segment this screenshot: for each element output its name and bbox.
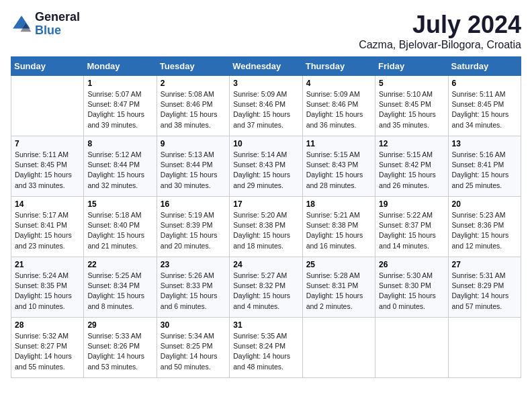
cell-content: Sunrise: 5:09 AMSunset: 8:46 PMDaylight:… xyxy=(306,89,371,130)
cell-content: Sunrise: 5:09 AMSunset: 8:46 PMDaylight:… xyxy=(233,89,298,130)
calendar-cell: 17Sunrise: 5:20 AMSunset: 8:38 PMDayligh… xyxy=(230,197,302,257)
title-block: July 2024 Cazma, Bjelovar-Bilogora, Croa… xyxy=(359,11,521,51)
calendar-cell xyxy=(448,318,521,378)
cell-content: Sunrise: 5:23 AMSunset: 8:36 PMDaylight:… xyxy=(452,210,517,251)
calendar-cell: 11Sunrise: 5:15 AMSunset: 8:43 PMDayligh… xyxy=(302,136,375,197)
page-header: General Blue July 2024 Cazma, Bjelovar-B… xyxy=(11,11,521,51)
calendar-cell: 4Sunrise: 5:09 AMSunset: 8:46 PMDaylight… xyxy=(302,76,375,136)
cell-content: Sunrise: 5:13 AMSunset: 8:44 PMDaylight:… xyxy=(161,150,226,191)
day-number: 21 xyxy=(15,260,80,269)
day-header-monday: Monday xyxy=(84,57,157,76)
cell-content: Sunrise: 5:12 AMSunset: 8:44 PMDaylight:… xyxy=(87,150,152,191)
cell-content: Sunrise: 5:08 AMSunset: 8:46 PMDaylight:… xyxy=(161,89,226,130)
day-number: 23 xyxy=(161,260,226,269)
calendar-cell: 2Sunrise: 5:08 AMSunset: 8:46 PMDaylight… xyxy=(157,76,229,136)
calendar-cell: 5Sunrise: 5:10 AMSunset: 8:45 PMDaylight… xyxy=(375,76,448,136)
calendar-cell xyxy=(302,318,375,378)
day-number: 11 xyxy=(306,139,371,148)
day-number: 8 xyxy=(87,139,152,148)
calendar-cell: 26Sunrise: 5:30 AMSunset: 8:30 PMDayligh… xyxy=(375,257,448,318)
calendar-cell: 1Sunrise: 5:07 AMSunset: 8:47 PMDaylight… xyxy=(84,76,157,136)
cell-content: Sunrise: 5:35 AMSunset: 8:24 PMDaylight:… xyxy=(233,331,298,372)
day-number: 10 xyxy=(233,139,298,148)
day-header-friday: Friday xyxy=(375,57,448,76)
calendar-cell: 22Sunrise: 5:25 AMSunset: 8:34 PMDayligh… xyxy=(84,257,157,318)
calendar-week-row: 1Sunrise: 5:07 AMSunset: 8:47 PMDaylight… xyxy=(11,76,521,136)
calendar-header-row: SundayMondayTuesdayWednesdayThursdayFrid… xyxy=(11,57,521,76)
calendar-cell: 15Sunrise: 5:18 AMSunset: 8:40 PMDayligh… xyxy=(84,197,157,257)
cell-content: Sunrise: 5:15 AMSunset: 8:43 PMDaylight:… xyxy=(306,150,371,191)
calendar-cell: 28Sunrise: 5:32 AMSunset: 8:27 PMDayligh… xyxy=(11,318,84,378)
calendar-cell: 10Sunrise: 5:14 AMSunset: 8:43 PMDayligh… xyxy=(230,136,302,197)
cell-content: Sunrise: 5:27 AMSunset: 8:32 PMDaylight:… xyxy=(233,271,298,312)
logo-text: General Blue xyxy=(35,11,80,38)
cell-content: Sunrise: 5:31 AMSunset: 8:29 PMDaylight:… xyxy=(452,271,517,312)
logo: General Blue xyxy=(11,11,80,38)
cell-content: Sunrise: 5:10 AMSunset: 8:45 PMDaylight:… xyxy=(379,89,444,130)
cell-content: Sunrise: 5:34 AMSunset: 8:25 PMDaylight:… xyxy=(161,331,226,372)
calendar-cell: 24Sunrise: 5:27 AMSunset: 8:32 PMDayligh… xyxy=(230,257,302,318)
logo-blue: Blue xyxy=(35,24,80,38)
cell-content: Sunrise: 5:25 AMSunset: 8:34 PMDaylight:… xyxy=(87,271,152,312)
cell-content: Sunrise: 5:28 AMSunset: 8:31 PMDaylight:… xyxy=(306,271,371,312)
calendar-cell: 20Sunrise: 5:23 AMSunset: 8:36 PMDayligh… xyxy=(448,197,521,257)
calendar-cell: 18Sunrise: 5:21 AMSunset: 8:38 PMDayligh… xyxy=(302,197,375,257)
day-header-sunday: Sunday xyxy=(11,57,84,76)
cell-content: Sunrise: 5:30 AMSunset: 8:30 PMDaylight:… xyxy=(379,271,444,312)
day-number: 22 xyxy=(87,260,152,269)
calendar-cell: 7Sunrise: 5:11 AMSunset: 8:45 PMDaylight… xyxy=(11,136,84,197)
calendar-cell: 3Sunrise: 5:09 AMSunset: 8:46 PMDaylight… xyxy=(230,76,302,136)
calendar-cell: 23Sunrise: 5:26 AMSunset: 8:33 PMDayligh… xyxy=(157,257,229,318)
calendar-cell: 27Sunrise: 5:31 AMSunset: 8:29 PMDayligh… xyxy=(448,257,521,318)
calendar-week-row: 21Sunrise: 5:24 AMSunset: 8:35 PMDayligh… xyxy=(11,257,521,318)
cell-content: Sunrise: 5:20 AMSunset: 8:38 PMDaylight:… xyxy=(233,210,298,251)
calendar-cell: 30Sunrise: 5:34 AMSunset: 8:25 PMDayligh… xyxy=(157,318,229,378)
month-title: July 2024 xyxy=(359,11,521,39)
day-number: 28 xyxy=(15,320,80,330)
cell-content: Sunrise: 5:15 AMSunset: 8:42 PMDaylight:… xyxy=(379,150,444,191)
day-number: 15 xyxy=(87,199,152,209)
cell-content: Sunrise: 5:16 AMSunset: 8:41 PMDaylight:… xyxy=(452,150,517,191)
cell-content: Sunrise: 5:17 AMSunset: 8:41 PMDaylight:… xyxy=(15,210,80,251)
day-number: 25 xyxy=(306,260,371,269)
cell-content: Sunrise: 5:19 AMSunset: 8:39 PMDaylight:… xyxy=(161,210,226,251)
day-number: 30 xyxy=(161,320,226,330)
day-number: 16 xyxy=(161,199,226,209)
cell-content: Sunrise: 5:18 AMSunset: 8:40 PMDaylight:… xyxy=(87,210,152,251)
cell-content: Sunrise: 5:11 AMSunset: 8:45 PMDaylight:… xyxy=(452,89,517,130)
cell-content: Sunrise: 5:21 AMSunset: 8:38 PMDaylight:… xyxy=(306,210,371,251)
day-header-wednesday: Wednesday xyxy=(230,57,302,76)
calendar-cell: 21Sunrise: 5:24 AMSunset: 8:35 PMDayligh… xyxy=(11,257,84,318)
day-number: 18 xyxy=(306,199,371,209)
day-number: 12 xyxy=(379,139,444,148)
logo-general: General xyxy=(35,11,80,24)
day-header-tuesday: Tuesday xyxy=(157,57,229,76)
day-number: 7 xyxy=(15,139,80,148)
calendar-table: SundayMondayTuesdayWednesdayThursdayFrid… xyxy=(11,56,521,378)
cell-content: Sunrise: 5:33 AMSunset: 8:26 PMDaylight:… xyxy=(87,331,152,372)
day-number: 31 xyxy=(233,320,298,330)
location-title: Cazma, Bjelovar-Bilogora, Croatia xyxy=(359,39,521,51)
day-number: 20 xyxy=(452,199,517,209)
calendar-week-row: 14Sunrise: 5:17 AMSunset: 8:41 PMDayligh… xyxy=(11,197,521,257)
cell-content: Sunrise: 5:26 AMSunset: 8:33 PMDaylight:… xyxy=(161,271,226,312)
day-number: 24 xyxy=(233,260,298,269)
calendar-cell: 13Sunrise: 5:16 AMSunset: 8:41 PMDayligh… xyxy=(448,136,521,197)
calendar-cell: 12Sunrise: 5:15 AMSunset: 8:42 PMDayligh… xyxy=(375,136,448,197)
day-number: 4 xyxy=(306,79,371,88)
calendar-cell: 14Sunrise: 5:17 AMSunset: 8:41 PMDayligh… xyxy=(11,197,84,257)
cell-content: Sunrise: 5:22 AMSunset: 8:37 PMDaylight:… xyxy=(379,210,444,251)
day-number: 13 xyxy=(452,139,517,148)
day-number: 5 xyxy=(379,79,444,88)
calendar-cell: 6Sunrise: 5:11 AMSunset: 8:45 PMDaylight… xyxy=(448,76,521,136)
calendar-cell: 16Sunrise: 5:19 AMSunset: 8:39 PMDayligh… xyxy=(157,197,229,257)
day-number: 6 xyxy=(452,79,517,88)
day-number: 27 xyxy=(452,260,517,269)
day-number: 9 xyxy=(161,139,226,148)
day-number: 3 xyxy=(233,79,298,88)
day-number: 2 xyxy=(161,79,226,88)
calendar-cell: 9Sunrise: 5:13 AMSunset: 8:44 PMDaylight… xyxy=(157,136,229,197)
cell-content: Sunrise: 5:11 AMSunset: 8:45 PMDaylight:… xyxy=(15,150,80,191)
calendar-week-row: 28Sunrise: 5:32 AMSunset: 8:27 PMDayligh… xyxy=(11,318,521,378)
calendar-cell: 29Sunrise: 5:33 AMSunset: 8:26 PMDayligh… xyxy=(84,318,157,378)
